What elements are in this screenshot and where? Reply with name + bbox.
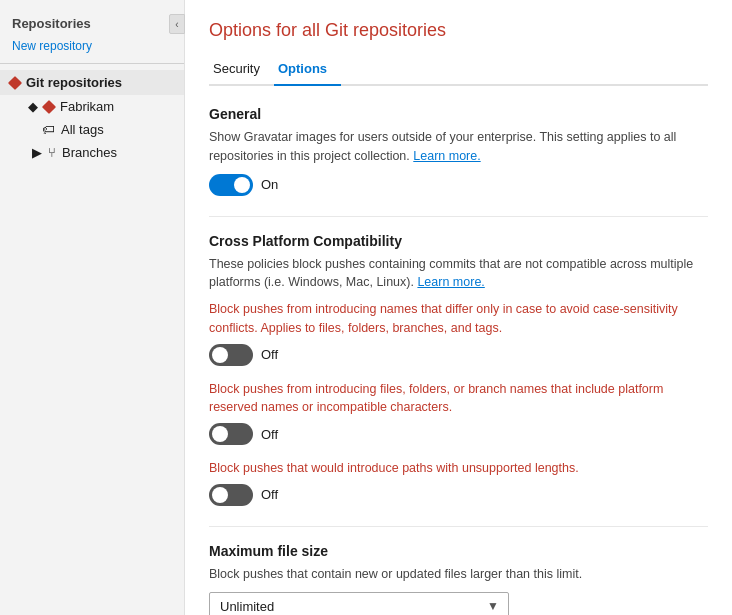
collapse-icon: ‹ xyxy=(175,19,178,30)
main-content: Options for all Git repositories Securit… xyxy=(185,0,732,615)
policy-case-desc: Block pushes from introducing names that… xyxy=(209,300,708,338)
policy-reserved-names: Block pushes from introducing files, fol… xyxy=(209,380,708,446)
toggle-knob xyxy=(212,347,228,363)
sidebar-divider xyxy=(0,63,184,64)
diamond-icon-fabrikam xyxy=(44,102,54,112)
page-title: Options for all Git repositories xyxy=(209,20,708,41)
policy-reserved-desc: Block pushes from introducing files, fol… xyxy=(209,380,708,418)
max-file-size-description: Block pushes that contain new or updated… xyxy=(209,565,708,584)
toggle-knob xyxy=(234,177,250,193)
sidebar-item-branches-label: Branches xyxy=(62,145,117,160)
toggle-knob xyxy=(212,426,228,442)
tag-icon: 🏷 xyxy=(42,122,55,137)
cross-platform-learn-more-link[interactable]: Learn more. xyxy=(417,275,484,289)
max-file-size-select[interactable]: Unlimited 1 GB 500 MB 200 MB 100 MB 50 M… xyxy=(209,592,509,616)
max-file-size-select-wrapper: Unlimited 1 GB 500 MB 200 MB 100 MB 50 M… xyxy=(209,592,509,616)
cross-platform-section: Cross Platform Compatibility These polic… xyxy=(209,233,708,506)
policy-reserved-toggle-label: Off xyxy=(261,427,278,442)
tab-options[interactable]: Options xyxy=(274,55,341,86)
sidebar-item-label: Git repositories xyxy=(26,75,122,90)
policy-reserved-toggle-row: Off xyxy=(209,423,708,445)
policy-path-desc: Block pushes that would introduce paths … xyxy=(209,459,708,478)
cross-platform-title: Cross Platform Compatibility xyxy=(209,233,708,249)
expand-icon: ◆ xyxy=(28,99,38,114)
policy-path-toggle-label: Off xyxy=(261,487,278,502)
sidebar-title: Repositories xyxy=(0,10,184,35)
policy-case-toggle-label: Off xyxy=(261,347,278,362)
policy-reserved-toggle[interactable] xyxy=(209,423,253,445)
sidebar-item-all-tags-label: All tags xyxy=(61,122,104,137)
general-toggle-row: On xyxy=(209,174,708,196)
tabs: Security Options xyxy=(209,55,708,86)
sidebar-item-fabrikam[interactable]: ◆ Fabrikam xyxy=(0,95,184,118)
sidebar-item-all-tags[interactable]: 🏷 All tags xyxy=(0,118,184,141)
policy-path-lengths: Block pushes that would introduce paths … xyxy=(209,459,708,506)
max-file-size-title: Maximum file size xyxy=(209,543,708,559)
general-learn-more-link[interactable]: Learn more. xyxy=(413,149,480,163)
sidebar: ‹ Repositories New repository Git reposi… xyxy=(0,0,185,615)
general-section: General Show Gravatar images for users o… xyxy=(209,106,708,196)
branch-icon: ⑂ xyxy=(48,145,56,160)
policy-case-toggle[interactable] xyxy=(209,344,253,366)
general-title: General xyxy=(209,106,708,122)
general-toggle-label: On xyxy=(261,177,278,192)
sidebar-item-branches[interactable]: ▶ ⑂ Branches xyxy=(0,141,184,164)
policy-case-sensitivity: Block pushes from introducing names that… xyxy=(209,300,708,366)
policy-case-toggle-row: Off xyxy=(209,344,708,366)
tab-security[interactable]: Security xyxy=(209,55,274,86)
sidebar-collapse-button[interactable]: ‹ xyxy=(169,14,185,34)
section-divider-1 xyxy=(209,216,708,217)
sidebar-item-git-repositories[interactable]: Git repositories xyxy=(0,70,184,95)
diamond-icon xyxy=(8,76,22,90)
branches-chevron-icon: ▶ xyxy=(32,145,42,160)
max-file-size-section: Maximum file size Block pushes that cont… xyxy=(209,543,708,615)
toggle-knob xyxy=(212,487,228,503)
new-repository-link[interactable]: New repository xyxy=(0,35,184,61)
policy-path-toggle-row: Off xyxy=(209,484,708,506)
sidebar-item-fabrikam-label: Fabrikam xyxy=(60,99,114,114)
cross-platform-description: These policies block pushes containing c… xyxy=(209,255,708,293)
general-toggle[interactable] xyxy=(209,174,253,196)
general-description: Show Gravatar images for users outside o… xyxy=(209,128,708,166)
section-divider-2 xyxy=(209,526,708,527)
policy-path-toggle[interactable] xyxy=(209,484,253,506)
